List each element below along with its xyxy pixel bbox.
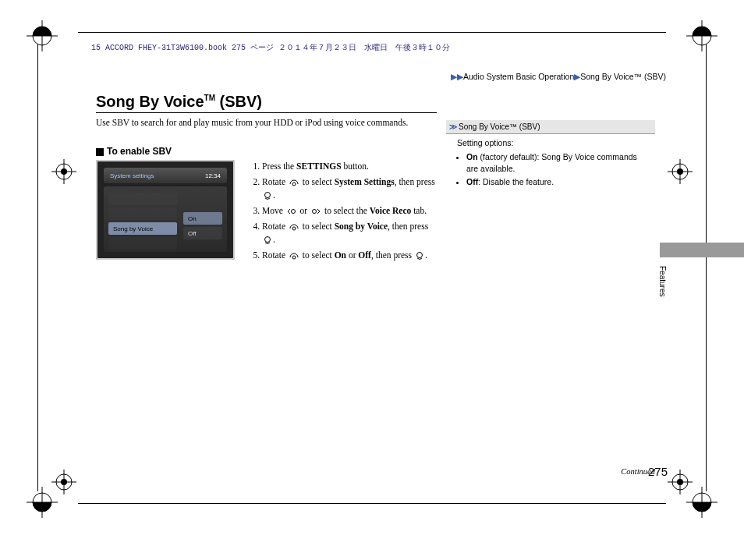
screenshot-option-off: Off — [183, 227, 222, 239]
section-tab-label: Features — [658, 266, 667, 296]
sidebar-option: Off: Disable the feature. — [466, 176, 650, 188]
intro-text: Use SBV to search for and play music fro… — [96, 116, 437, 129]
chevron-icon: ≫ — [449, 122, 457, 131]
crop-line — [37, 44, 38, 491]
subhead-text: To enable SBV — [107, 146, 172, 157]
crop-line — [78, 503, 666, 504]
move-left-icon — [286, 207, 297, 215]
svg-point-7 — [416, 253, 422, 258]
breadcrumb-arrows-icon: ▶▶ — [451, 72, 463, 81]
crop-line — [78, 32, 666, 33]
screenshot-clock: 12:34 — [205, 172, 221, 179]
instruction-steps: Press the SETTINGS button. Rotate to sel… — [248, 160, 438, 264]
registration-mark-icon — [23, 17, 61, 55]
crop-line — [706, 44, 707, 491]
screenshot-title: System settings — [110, 172, 154, 179]
svg-point-1 — [265, 193, 271, 198]
title-block: Song By VoiceTM (SBV) Use SBV to search … — [96, 93, 437, 129]
alignment-target-icon — [51, 470, 76, 494]
svg-point-0 — [292, 183, 296, 186]
registration-mark-icon — [683, 17, 721, 55]
svg-point-2 — [291, 210, 295, 214]
screenshot-row — [108, 207, 177, 220]
sidebar-option: On (factory default): Song By Voice comm… — [466, 151, 650, 175]
press-enter-icon — [415, 251, 424, 261]
alignment-target-icon — [668, 159, 693, 184]
title-text: Song By Voice — [96, 93, 204, 110]
breadcrumb-topic: Song By Voice™ (SBV) — [580, 72, 666, 81]
press-enter-icon — [263, 191, 272, 200]
alignment-target-icon — [51, 159, 76, 184]
alignment-target-icon — [668, 470, 693, 494]
rotate-dial-icon — [289, 178, 299, 187]
page-title: Song By VoiceTM (SBV) — [96, 93, 437, 113]
screenshot-titlebar: System settings 12:34 — [104, 168, 227, 183]
info-sidebar: ≫Song By Voice™ (SBV) Setting options: O… — [446, 120, 655, 190]
press-enter-icon — [263, 236, 272, 245]
breadcrumb-section: Audio System Basic Operation — [463, 72, 574, 81]
section-subheading: To enable SBV — [96, 146, 172, 157]
trademark-icon: TM — [204, 94, 215, 102]
svg-point-5 — [265, 237, 271, 243]
sidebar-heading: ≫Song By Voice™ (SBV) — [446, 120, 655, 134]
square-bullet-icon — [96, 148, 104, 156]
screenshot-option-on: On — [183, 212, 222, 225]
step-5: Rotate to select On or Off, then press . — [262, 249, 438, 262]
step-1: Press the SETTINGS button. — [262, 160, 438, 173]
step-3: Move or to select the Voice Reco tab. — [262, 204, 438, 218]
move-right-icon — [310, 207, 321, 215]
step-4: Rotate to select Song by Voice, then pre… — [262, 220, 438, 246]
breadcrumb: ▶▶Audio System Basic Operation▶Song By V… — [451, 72, 666, 81]
page-number: 275 — [648, 465, 668, 478]
sidebar-lead: Setting options: — [457, 138, 513, 147]
title-suffix: (SBV) — [215, 93, 262, 110]
manual-page: 15 ACCORD FHEY-31T3W6100.book 275 ページ ２０… — [0, 0, 744, 560]
sidebar-heading-text: Song By Voice™ (SBV) — [459, 122, 540, 131]
print-meta-header: 15 ACCORD FHEY-31T3W6100.book 275 ページ ２０… — [91, 42, 450, 53]
screenshot-row — [108, 237, 177, 250]
svg-point-4 — [292, 227, 296, 230]
screenshot-row — [108, 193, 177, 205]
screenshot-body: Song by Voice On Off — [104, 186, 227, 252]
ui-screenshot: System settings 12:34 Song by Voice On O… — [96, 160, 235, 260]
screenshot-row-selected: Song by Voice — [108, 222, 177, 235]
rotate-dial-icon — [289, 251, 299, 261]
sidebar-body: Setting options: On (factory default): S… — [446, 134, 655, 188]
rotate-dial-icon — [289, 222, 299, 232]
svg-point-6 — [292, 256, 296, 259]
step-2: Rotate to select System Settings, then p… — [262, 175, 438, 202]
section-tab — [660, 243, 744, 257]
svg-point-3 — [313, 210, 317, 214]
